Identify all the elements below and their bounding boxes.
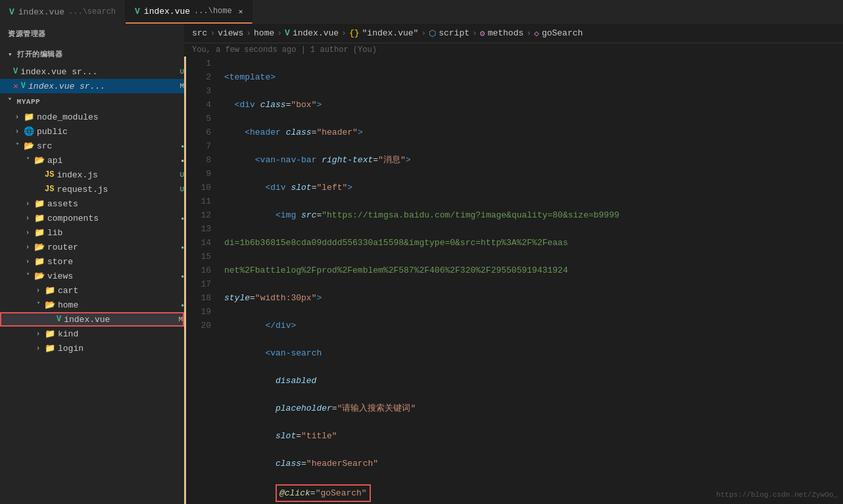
tree-router[interactable]: › 📂 router ● [0, 240, 184, 254]
tree-label-home: home [58, 300, 176, 310]
tree-label-login: login [58, 344, 184, 354]
tree-label-src: src [37, 141, 176, 151]
folder-icon-src: 📂 [24, 141, 34, 151]
code-line-1: <template> [224, 70, 838, 84]
tree-views[interactable]: ˅ 📂 views ● [0, 269, 184, 283]
main-layout: 资源管理器 ▾ 打开的编辑器 V index.vue sr... U ✕ V i… [0, 24, 843, 504]
arrow-icon: ˅ [24, 156, 32, 164]
breadcrumb-src: src [192, 28, 207, 38]
line-numbers: 1 2 3 4 5 6 7 8 9 10 11 12 13 14 15 16 1… [186, 57, 219, 504]
tree-public[interactable]: › 🌐 public [0, 124, 184, 139]
arrow-icon: › [13, 114, 21, 121]
vue-icon: V [9, 7, 14, 17]
tree-src[interactable]: ˅ 📂 src ● [0, 139, 184, 153]
arrow-icon: › [24, 244, 32, 251]
breadcrumb-methods-icon: ⚙ [480, 28, 485, 39]
folder-icon-views: 📂 [34, 271, 45, 281]
arrow-icon: › [24, 258, 32, 265]
arrow-icon: › [34, 287, 42, 294]
folder-icon-public: 🌐 [24, 126, 34, 137]
tab-home-label: index.vue [144, 7, 190, 16]
tree-label-kind: kind [58, 329, 184, 339]
tab-bar: V index.vue ...\search V index.vue ...\h… [0, 0, 843, 24]
code-line-13: placeholder="请输入搜索关键词" [224, 401, 838, 415]
tab-search-label: index.vue [18, 7, 64, 17]
code-line-4: <van-nav-bar right-text="消息"> [224, 153, 838, 167]
tree-login[interactable]: › 📁 login [0, 341, 184, 355]
js-icon-req: JS [45, 185, 54, 194]
tree-request-js[interactable]: JS request.js U [0, 182, 184, 196]
project-title[interactable]: ˅ MYAPP [0, 93, 184, 110]
code-line-6: <img src="https://timgsa.baidu.com/timg?… [224, 208, 838, 222]
open-file-2[interactable]: ✕ V index.vue sr... M [0, 79, 184, 93]
vue-icon-file: V [57, 315, 61, 324]
sidebar: 资源管理器 ▾ 打开的编辑器 V index.vue sr... U ✕ V i… [0, 24, 184, 504]
folder-icon-login: 📁 [45, 343, 55, 354]
arrow-icon: ˅ [34, 301, 42, 309]
arrow-icon: › [34, 331, 42, 338]
tree-lib[interactable]: › 📁 lib [0, 225, 184, 240]
tree-cart[interactable]: › 📁 cart [0, 283, 184, 298]
highlighted-click-attr: @click="goSearch" [276, 484, 371, 502]
vue-icon-of2: V [21, 81, 26, 91]
tree-index-js[interactable]: JS index.js U [0, 168, 184, 182]
folder-icon-cart: 📁 [45, 285, 55, 296]
folder-icon-lib: 📁 [34, 227, 45, 238]
code-line-9: style="width:30px"> [224, 291, 838, 305]
breadcrumb-script-icon: ⬡ [429, 28, 436, 39]
open-file-1[interactable]: V index.vue sr... U [0, 64, 184, 79]
watermark: https://blog.csdn.net/ZywOo_ [716, 491, 838, 499]
open-file-badge-2: M [180, 82, 184, 90]
tree-components[interactable]: › 📁 components ● [0, 211, 184, 225]
breadcrumb-gosearch: goSearch [542, 28, 583, 38]
code-editor[interactable]: 1 2 3 4 5 6 7 8 9 10 11 12 13 14 15 16 1… [184, 57, 843, 504]
folder-icon-home: 📂 [45, 300, 55, 310]
code-line-10: </div> [224, 319, 838, 332]
breadcrumb-script: script [439, 28, 470, 38]
open-file-badge-1: U [180, 68, 184, 76]
tree-assets[interactable]: › 📁 assets [0, 196, 184, 211]
code-content[interactable]: <template> <div class="box"> <header cla… [219, 57, 843, 504]
open-file-label-2: index.vue sr... [28, 81, 174, 91]
code-line-5: <div slot="left"> [224, 181, 838, 195]
breadcrumb-methods: methods [488, 28, 524, 38]
arrow-icon: ˅ [24, 272, 32, 280]
git-blame: You, a few seconds ago | 1 author (You) [184, 43, 843, 57]
tree-store[interactable]: › 📁 store [0, 254, 184, 269]
tab-search[interactable]: V index.vue ...\search [0, 0, 126, 24]
tab-home[interactable]: V index.vue ...\home ✕ [126, 0, 253, 24]
code-line-11: <van-search [224, 346, 838, 360]
tree-label-lib: lib [47, 228, 184, 238]
tree-kind[interactable]: › 📁 kind [0, 327, 184, 341]
close-icon-of2[interactable]: ✕ [13, 81, 18, 91]
tree-label-cart: cart [58, 286, 184, 296]
arrow-icon: › [13, 128, 21, 135]
breadcrumb-fn-icon: ◇ [534, 28, 539, 39]
sidebar-title-open-editors[interactable]: ▾ 打开的编辑器 [0, 44, 184, 64]
sidebar-title-explorer[interactable]: 资源管理器 [0, 24, 184, 44]
tree-label-index-vue: index.vue [64, 315, 173, 325]
arrow-icon: ˅ [13, 142, 21, 150]
breadcrumb-home: home [254, 28, 274, 38]
tab-close-button[interactable]: ✕ [239, 7, 243, 16]
code-line-3: <header class="header"> [224, 126, 838, 139]
vue-icon-of1: V [13, 67, 18, 76]
tree-index-vue-file[interactable]: V index.vue M [0, 312, 184, 327]
tree-home[interactable]: ˅ 📂 home ● [0, 298, 184, 312]
tree-api[interactable]: ˅ 📂 api ● [0, 153, 184, 168]
breadcrumb-views: views [218, 28, 243, 38]
code-line-12: disabled [224, 374, 838, 388]
sep4: › [341, 28, 347, 38]
sep2: › [246, 28, 251, 38]
folder-icon-store: 📁 [34, 256, 45, 267]
tree-label-assets: assets [47, 199, 184, 209]
code-line-8: net%2Fbattlelog%2Fprod%2Femblem%2F587%2F… [224, 263, 838, 277]
tree-label-router: router [47, 242, 176, 252]
folder-icon-components: 📁 [34, 213, 45, 223]
arrow-icon: › [34, 345, 42, 352]
open-file-label-1: index.vue sr... [20, 67, 174, 77]
folder-icon-kind: 📁 [45, 329, 55, 339]
badge-index-js: U [180, 171, 184, 179]
tree-node-modules[interactable]: › 📁 node_modules [0, 110, 184, 124]
sep3: › [277, 28, 282, 38]
